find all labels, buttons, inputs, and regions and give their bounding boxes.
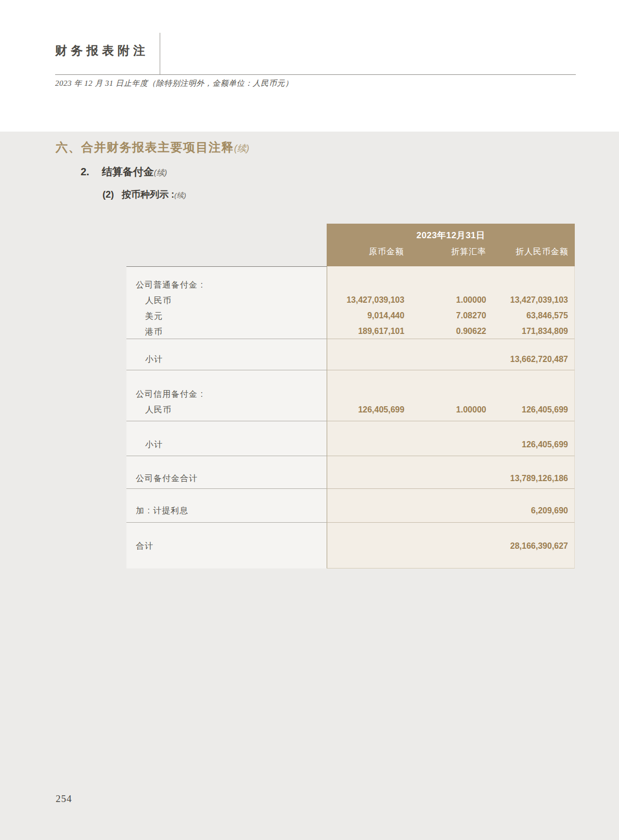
cell-value: 28,166,390,627: [486, 538, 568, 554]
row-label: 合计: [126, 538, 327, 554]
header-divider-vertical: [160, 33, 160, 74]
cell-value: [327, 471, 404, 486]
table-row-values: 13,789,126,186: [327, 471, 574, 486]
cell-value: 13,427,039,103: [486, 292, 568, 308]
cell-value: 63,846,575: [486, 308, 568, 324]
cell-value: 1.00000: [404, 402, 486, 418]
row-label-cell: 小计: [126, 421, 327, 456]
table-row-values: 6,209,690: [327, 503, 574, 519]
row-label: 小计: [126, 437, 327, 453]
table-header-date: 2023年12月31日: [327, 229, 575, 242]
cell-value: [327, 386, 404, 402]
row-data-cell: 126,405,699: [327, 421, 575, 456]
cell-value: 13,662,720,487: [486, 352, 568, 367]
table-row-values: [327, 386, 574, 402]
cell-value: 189,617,101: [327, 324, 404, 339]
section-heading-level3-continued: (续): [174, 191, 186, 199]
cell-value: [327, 538, 404, 554]
cell-value: 126,405,699: [486, 437, 568, 453]
row-label-cell: 小计: [126, 339, 327, 370]
row-label-cell: 公司信用备付金 :人民币: [126, 370, 327, 421]
cell-value: 126,405,699: [486, 402, 568, 418]
cell-value: [404, 503, 486, 519]
section-heading-level1-text: 六、合并财务报表主要项目注释: [56, 140, 234, 154]
cell-value: [327, 277, 404, 292]
cell-value: [404, 538, 486, 554]
cell-value: [404, 437, 486, 453]
row-label: 公司备付金合计: [126, 471, 327, 486]
row-label: 加 : 计提利息: [126, 503, 327, 519]
row-label-cell: 公司普通备付金 :人民币美元港币: [126, 266, 327, 339]
table-row-values: 9,014,4407.0827063,846,575: [327, 308, 574, 324]
row-label: 美元: [126, 308, 327, 324]
page-number: 254: [56, 793, 72, 805]
cell-value: 7.08270: [404, 308, 486, 324]
section-heading-level2-text: 结算备付金: [102, 166, 154, 177]
section-heading-level2-number: 2.: [81, 166, 89, 178]
cell-value: 13,789,126,186: [486, 471, 568, 486]
cell-value: [404, 471, 486, 486]
column-header-exchange-rate: 折算汇率: [404, 245, 486, 259]
row-label-cell: 公司备付金合计: [126, 456, 327, 488]
table-section: 合计28,166,390,627: [126, 522, 575, 568]
row-data-cell: 13,662,720,487: [327, 339, 575, 370]
row-data-cell: 126,405,6991.00000126,405,699: [327, 370, 575, 421]
row-data-cell: 6,209,690: [327, 488, 575, 522]
section-heading-level3-text: 按币种列示 :: [122, 189, 174, 200]
cell-value: [404, 277, 486, 292]
row-label: 人民币: [126, 402, 327, 418]
row-data-cell: 13,427,039,1031.0000013,427,039,1039,014…: [327, 266, 575, 339]
table-section: 公司备付金合计13,789,126,186: [126, 456, 575, 488]
table-column-headers: 原币金额 折算汇率 折人民币金额: [327, 245, 575, 259]
row-label: 公司普通备付金 :: [126, 277, 327, 293]
table-body: 公司普通备付金 :人民币美元港币13,427,039,1031.0000013,…: [126, 266, 575, 568]
row-label: 公司信用备付金 :: [126, 386, 327, 402]
page-top-band: [0, 0, 619, 132]
table-section: 公司普通备付金 :人民币美元港币13,427,039,1031.0000013,…: [126, 266, 575, 339]
row-label: 港币: [126, 324, 327, 340]
table-section: 公司信用备付金 :人民币126,405,6991.00000126,405,69…: [126, 370, 575, 421]
cell-value: [327, 437, 404, 453]
cell-value: 1.00000: [404, 292, 486, 308]
column-header-original-currency: 原币金额: [327, 245, 404, 259]
cell-value: [404, 386, 486, 402]
column-header-rmb-amount: 折人民币金额: [486, 245, 569, 259]
cell-value: 13,427,039,103: [327, 292, 404, 308]
cell-value: 171,834,809: [486, 324, 568, 339]
cell-value: [404, 352, 486, 367]
table-section: 小计13,662,720,487: [126, 339, 575, 370]
document-title: 财务报表附注: [55, 43, 149, 59]
cell-value: [486, 386, 568, 402]
currency-breakdown-table: 2023年12月31日 原币金额 折算汇率 折人民币金额 公司普通备付金 :人民…: [126, 224, 575, 568]
row-label-cell: 合计: [126, 522, 327, 568]
cell-value: 9,014,440: [327, 308, 404, 324]
cell-value: [486, 277, 568, 292]
table-section: 小计126,405,699: [126, 421, 575, 456]
document-subtitle: 2023 年 12 月 31 日止年度（除特别注明外，金额单位：人民币元）: [55, 79, 293, 88]
section-heading-level1-continued: (续): [234, 143, 249, 153]
table-row-values: [327, 277, 574, 292]
table-row-values: 189,617,1010.90622171,834,809: [327, 324, 574, 339]
cell-value: [327, 352, 404, 367]
row-data-cell: 28,166,390,627: [327, 522, 575, 568]
table-row-values: 13,427,039,1031.0000013,427,039,103: [327, 292, 574, 308]
cell-value: 0.90622: [404, 324, 486, 339]
table-header: 2023年12月31日 原币金额 折算汇率 折人民币金额: [327, 224, 575, 266]
cell-value: 6,209,690: [486, 503, 568, 519]
row-data-cell: 13,789,126,186: [327, 456, 575, 488]
section-heading-level3: (2)按币种列示 :(续): [102, 188, 186, 201]
section-heading-level2: 2.结算备付金(续): [81, 165, 167, 179]
section-heading-level2-continued: (续): [154, 168, 167, 177]
table-section: 加 : 计提利息6,209,690: [126, 488, 575, 522]
cell-value: [327, 503, 404, 519]
report-page: 财务报表附注 2023 年 12 月 31 日止年度（除特别注明外，金额单位：人…: [0, 0, 619, 840]
table-row-values: 13,662,720,487: [327, 352, 574, 367]
row-label-cell: 加 : 计提利息: [126, 488, 327, 522]
section-heading-level1: 六、合并财务报表主要项目注释(续): [56, 139, 249, 156]
cell-value: 126,405,699: [327, 402, 404, 418]
table-row-values: 28,166,390,627: [327, 538, 574, 554]
section-heading-level3-number: (2): [102, 189, 114, 200]
table-row-values: 126,405,6991.00000126,405,699: [327, 402, 574, 418]
table-row-values: 126,405,699: [327, 437, 574, 453]
header-divider-horizontal: [55, 74, 576, 75]
